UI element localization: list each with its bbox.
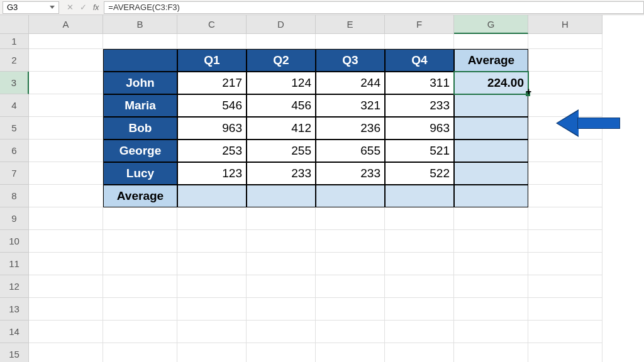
cell-C15[interactable] xyxy=(177,343,247,362)
cell-D11[interactable] xyxy=(247,253,316,275)
cell-B14[interactable] xyxy=(103,321,177,343)
cell-D15[interactable] xyxy=(247,343,316,362)
cell-E9[interactable] xyxy=(316,207,385,230)
cell-F10[interactable] xyxy=(385,230,454,253)
cell-F9[interactable] xyxy=(385,207,454,230)
cell-E8[interactable] xyxy=(316,185,385,207)
cell-D13[interactable] xyxy=(247,298,316,321)
cancel-icon[interactable]: ✕ xyxy=(67,3,74,12)
col-header-B[interactable]: B xyxy=(103,15,177,34)
cell-C6[interactable]: 253 xyxy=(177,140,247,162)
cell-F2[interactable]: Q4 xyxy=(385,49,454,72)
cell-D4[interactable]: 456 xyxy=(247,94,316,117)
cell-H12[interactable] xyxy=(528,275,602,298)
cell-B10[interactable] xyxy=(103,230,177,253)
cell-A8[interactable] xyxy=(29,185,103,207)
cell-G5[interactable] xyxy=(454,117,528,140)
cell-H8[interactable] xyxy=(528,185,602,207)
row-header-7[interactable]: 7 xyxy=(0,162,29,185)
col-header-A[interactable]: A xyxy=(29,15,103,34)
cell-D3[interactable]: 124 xyxy=(247,72,316,94)
cell-F8[interactable] xyxy=(385,185,454,207)
cell-D14[interactable] xyxy=(247,321,316,343)
fx-icon[interactable]: fx xyxy=(93,3,99,12)
cell-F5[interactable]: 963 xyxy=(385,117,454,140)
cell-C3[interactable]: 217 xyxy=(177,72,247,94)
cell-B2[interactable] xyxy=(103,49,177,72)
cell-C2[interactable]: Q1 xyxy=(177,49,247,72)
cell-G12[interactable] xyxy=(454,275,528,298)
cell-C10[interactable] xyxy=(177,230,247,253)
cell-H15[interactable] xyxy=(528,343,602,362)
cell-H3[interactable] xyxy=(528,72,602,94)
cell-B9[interactable] xyxy=(103,207,177,230)
cell-E15[interactable] xyxy=(316,343,385,362)
row-header-14[interactable]: 14 xyxy=(0,321,29,343)
row-header-2[interactable]: 2 xyxy=(0,49,29,72)
cell-H2[interactable] xyxy=(528,49,602,72)
cell-F14[interactable] xyxy=(385,321,454,343)
col-header-E[interactable]: E xyxy=(316,15,385,34)
cell-D1[interactable] xyxy=(247,34,316,49)
cell-A13[interactable] xyxy=(29,298,103,321)
cell-F15[interactable] xyxy=(385,343,454,362)
cell-G10[interactable] xyxy=(454,230,528,253)
cell-F13[interactable] xyxy=(385,298,454,321)
cell-A3[interactable] xyxy=(29,72,103,94)
cell-D6[interactable]: 255 xyxy=(247,140,316,162)
cell-A5[interactable] xyxy=(29,117,103,140)
row-header-9[interactable]: 9 xyxy=(0,207,29,230)
cell-D8[interactable] xyxy=(247,185,316,207)
row-header-11[interactable]: 11 xyxy=(0,253,29,275)
col-header-D[interactable]: D xyxy=(247,15,316,34)
cell-B13[interactable] xyxy=(103,298,177,321)
col-header-G[interactable]: G xyxy=(454,15,528,34)
cell-G1[interactable] xyxy=(454,34,528,49)
cell-E10[interactable] xyxy=(316,230,385,253)
cell-E7[interactable]: 233 xyxy=(316,162,385,185)
cell-C8[interactable] xyxy=(177,185,247,207)
cell-A10[interactable] xyxy=(29,230,103,253)
cell-D5[interactable]: 412 xyxy=(247,117,316,140)
cell-B12[interactable] xyxy=(103,275,177,298)
cell-B4[interactable]: Maria xyxy=(103,94,177,117)
cell-H6[interactable] xyxy=(528,140,602,162)
cell-G8[interactable] xyxy=(454,185,528,207)
cell-D9[interactable] xyxy=(247,207,316,230)
cell-A6[interactable] xyxy=(29,140,103,162)
cell-H11[interactable] xyxy=(528,253,602,275)
row-header-15[interactable]: 15 xyxy=(0,343,29,362)
cell-B15[interactable] xyxy=(103,343,177,362)
cell-H7[interactable] xyxy=(528,162,602,185)
cell-E3[interactable]: 244 xyxy=(316,72,385,94)
cell-H9[interactable] xyxy=(528,207,602,230)
name-box[interactable]: G3 xyxy=(3,1,59,14)
cell-D2[interactable]: Q2 xyxy=(247,49,316,72)
row-header-6[interactable]: 6 xyxy=(0,140,29,162)
cell-B6[interactable]: George xyxy=(103,140,177,162)
cell-G3[interactable]: 224.00+ xyxy=(454,72,528,94)
row-header-13[interactable]: 13 xyxy=(0,298,29,321)
cell-E4[interactable]: 321 xyxy=(316,94,385,117)
cell-A2[interactable] xyxy=(29,49,103,72)
cell-C4[interactable]: 546 xyxy=(177,94,247,117)
cell-B5[interactable]: Bob xyxy=(103,117,177,140)
cell-G4[interactable] xyxy=(454,94,528,117)
cell-A1[interactable] xyxy=(29,34,103,49)
cell-E11[interactable] xyxy=(316,253,385,275)
cell-E13[interactable] xyxy=(316,298,385,321)
cell-B1[interactable] xyxy=(103,34,177,49)
row-header-5[interactable]: 5 xyxy=(0,117,29,140)
cell-F11[interactable] xyxy=(385,253,454,275)
cell-C7[interactable]: 123 xyxy=(177,162,247,185)
cell-H13[interactable] xyxy=(528,298,602,321)
cell-E12[interactable] xyxy=(316,275,385,298)
cell-B11[interactable] xyxy=(103,253,177,275)
col-header-C[interactable]: C xyxy=(177,15,247,34)
cell-B8[interactable]: Average xyxy=(103,185,177,207)
col-header-F[interactable]: F xyxy=(385,15,454,34)
cell-D12[interactable] xyxy=(247,275,316,298)
cell-F7[interactable]: 522 xyxy=(385,162,454,185)
cell-B7[interactable]: Lucy xyxy=(103,162,177,185)
cell-D7[interactable]: 233 xyxy=(247,162,316,185)
